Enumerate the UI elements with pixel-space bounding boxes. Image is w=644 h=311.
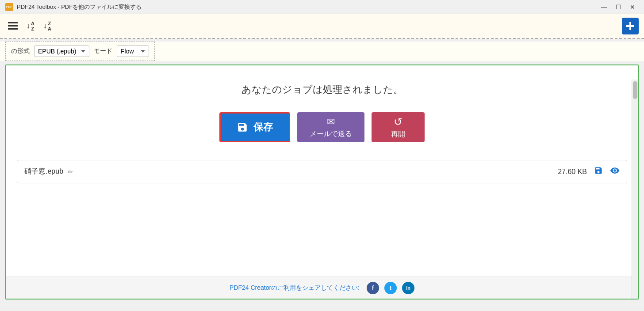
format-select[interactable]: EPUB (.epub) (34, 46, 89, 57)
save-icon (237, 121, 248, 133)
scrollbar-thumb[interactable] (633, 81, 637, 99)
list-view-button[interactable] (5, 20, 20, 32)
file-info: 硝子窓.epub ✏ (24, 167, 73, 176)
file-preview-button[interactable] (610, 166, 620, 178)
maximize-button[interactable]: ☐ (612, 2, 625, 12)
restart-icon: ↺ (394, 116, 402, 128)
svg-rect-0 (8, 22, 18, 23)
main-area: あなたのジョブは処理されました。 保存 ✉ メールで送る ↺ 再開 (5, 64, 639, 300)
svg-rect-1 (8, 25, 18, 27)
mode-select[interactable]: Flow Fixed (117, 46, 149, 57)
file-actions: 27.60 KB (558, 166, 620, 178)
email-icon: ✉ (327, 116, 335, 128)
footer: PDF24 Creatorのご利用をシェアしてください: f t in (6, 277, 638, 299)
file-row: 硝子窓.epub ✏ 27.60 KB (17, 160, 627, 183)
sort-az-button[interactable]: ↓ AZ (24, 19, 37, 33)
sort-za-button[interactable]: ↓ ZA (41, 19, 54, 33)
facebook-link[interactable]: f (367, 282, 379, 294)
add-icon (625, 21, 635, 31)
file-save-icon (594, 166, 603, 175)
svg-rect-4 (626, 25, 634, 27)
window-title: PDF24 Toolbox - PDFを他のファイルに変換する (17, 3, 598, 11)
add-button[interactable] (622, 18, 639, 34)
mode-label: モード (94, 47, 112, 55)
format-label: の形式 (11, 47, 30, 55)
minimize-button[interactable]: — (598, 2, 610, 12)
close-button[interactable]: ✕ (626, 2, 639, 12)
app-icon: PDF (5, 3, 13, 11)
share-text: PDF24 Creatorのご利用をシェアしてください: (230, 284, 360, 292)
window-controls: — ☐ ✕ (598, 2, 639, 12)
toolbar: ↓ AZ ↓ ZA (0, 14, 644, 39)
social-links: f t in (367, 282, 414, 294)
list-icon (8, 22, 18, 30)
title-bar: PDF PDF24 Toolbox - PDFを他のファイルに変換する — ☐ … (0, 0, 644, 14)
job-status-message: あなたのジョブは処理されました。 (242, 83, 403, 96)
file-size: 27.60 KB (558, 168, 587, 176)
file-name: 硝子窓.epub (24, 167, 63, 176)
email-button[interactable]: ✉ メールで送る (297, 112, 364, 142)
linkedin-link[interactable]: in (402, 282, 414, 294)
restart-button[interactable]: ↺ 再開 (372, 112, 425, 142)
action-buttons: 保存 ✉ メールで送る ↺ 再開 (219, 112, 425, 142)
rename-icon[interactable]: ✏ (68, 168, 73, 175)
eye-icon (610, 166, 620, 175)
save-button[interactable]: 保存 (219, 112, 290, 142)
twitter-link[interactable]: t (384, 282, 397, 294)
file-save-button[interactable] (594, 166, 603, 177)
settings-bar: の形式 EPUB (.epub) モード Flow Fixed (5, 42, 155, 61)
main-content: あなたのジョブは処理されました。 保存 ✉ メールで送る ↺ 再開 (6, 65, 638, 299)
svg-rect-2 (8, 28, 18, 30)
scrollbar[interactable] (632, 80, 638, 299)
